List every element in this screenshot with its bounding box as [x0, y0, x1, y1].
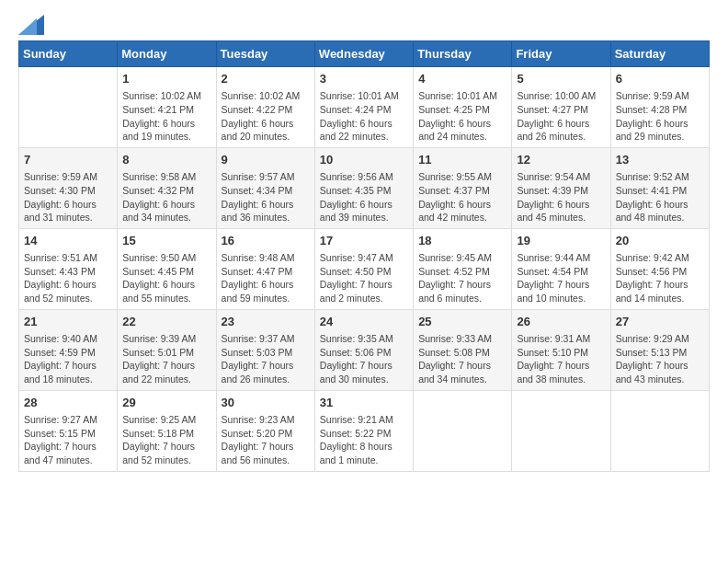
weekday-header-row: SundayMondayTuesdayWednesdayThursdayFrid…: [19, 41, 710, 67]
day-info: Sunrise: 10:01 AMSunset: 4:25 PMDaylight…: [418, 89, 506, 144]
calendar-cell: 16Sunrise: 9:48 AMSunset: 4:47 PMDayligh…: [216, 228, 314, 309]
calendar-cell: 1Sunrise: 10:02 AMSunset: 4:21 PMDayligh…: [118, 67, 216, 148]
day-info: Sunrise: 9:44 AMSunset: 4:54 PMDaylight:…: [517, 251, 605, 305]
calendar-cell: 26Sunrise: 9:31 AMSunset: 5:10 PMDayligh…: [512, 309, 610, 390]
calendar-cell: 8Sunrise: 9:58 AMSunset: 4:32 PMDaylight…: [118, 147, 216, 228]
calendar-cell: 12Sunrise: 9:54 AMSunset: 4:39 PMDayligh…: [512, 147, 610, 228]
day-info: Sunrise: 9:50 AMSunset: 4:45 PMDaylight:…: [122, 251, 210, 305]
svg-marker-1: [18, 18, 37, 35]
day-info: Sunrise: 9:40 AMSunset: 4:59 PMDaylight:…: [24, 332, 112, 386]
day-info: Sunrise: 9:57 AMSunset: 4:34 PMDaylight:…: [222, 170, 310, 224]
day-number: 28: [24, 395, 112, 411]
weekday-header-monday: Monday: [118, 41, 216, 67]
calendar-cell: 3Sunrise: 10:01 AMSunset: 4:24 PMDayligh…: [314, 67, 413, 148]
day-info: Sunrise: 9:37 AMSunset: 5:03 PMDaylight:…: [222, 332, 310, 386]
day-number: 30: [222, 395, 310, 411]
calendar-cell: 27Sunrise: 9:29 AMSunset: 5:13 PMDayligh…: [610, 309, 709, 390]
day-number: 24: [320, 314, 408, 330]
day-number: 22: [122, 314, 210, 330]
day-info: Sunrise: 9:31 AMSunset: 5:10 PMDaylight:…: [517, 332, 605, 386]
calendar-cell: 20Sunrise: 9:42 AMSunset: 4:56 PMDayligh…: [610, 228, 709, 309]
day-number: 4: [418, 71, 506, 87]
weekday-header-friday: Friday: [512, 41, 610, 67]
day-number: 10: [320, 152, 408, 168]
calendar-cell: 21Sunrise: 9:40 AMSunset: 4:59 PMDayligh…: [19, 309, 118, 390]
day-number: 17: [320, 233, 408, 249]
calendar-cell: 31Sunrise: 9:21 AMSunset: 5:22 PMDayligh…: [314, 390, 413, 471]
day-number: 16: [222, 233, 310, 249]
day-info: Sunrise: 9:56 AMSunset: 4:35 PMDaylight:…: [320, 170, 408, 224]
day-number: 29: [122, 395, 210, 411]
calendar-cell: [414, 390, 512, 471]
day-number: 15: [122, 233, 210, 249]
calendar-cell: 4Sunrise: 10:01 AMSunset: 4:25 PMDayligh…: [414, 67, 512, 148]
logo-icon: [18, 15, 44, 35]
day-number: 1: [122, 71, 210, 87]
calendar-cell: 17Sunrise: 9:47 AMSunset: 4:50 PMDayligh…: [314, 228, 413, 309]
calendar-cell: [512, 390, 610, 471]
calendar-cell: 14Sunrise: 9:51 AMSunset: 4:43 PMDayligh…: [19, 228, 118, 309]
day-number: 21: [24, 314, 112, 330]
day-number: 13: [616, 152, 704, 168]
calendar-cell: [19, 67, 118, 148]
calendar-cell: 6Sunrise: 9:59 AMSunset: 4:28 PMDaylight…: [610, 67, 709, 148]
weekday-header-wednesday: Wednesday: [314, 41, 413, 67]
calendar-week-row: 7Sunrise: 9:59 AMSunset: 4:30 PMDaylight…: [19, 147, 710, 228]
calendar-cell: 7Sunrise: 9:59 AMSunset: 4:30 PMDaylight…: [19, 147, 118, 228]
day-number: 18: [418, 233, 506, 249]
calendar-week-row: 14Sunrise: 9:51 AMSunset: 4:43 PMDayligh…: [19, 228, 710, 309]
calendar-cell: 25Sunrise: 9:33 AMSunset: 5:08 PMDayligh…: [414, 309, 512, 390]
day-info: Sunrise: 9:23 AMSunset: 5:20 PMDaylight:…: [222, 413, 310, 467]
day-info: Sunrise: 9:29 AMSunset: 5:13 PMDaylight:…: [616, 332, 704, 386]
day-number: 14: [24, 233, 112, 249]
logo: [18, 15, 48, 35]
day-info: Sunrise: 9:54 AMSunset: 4:39 PMDaylight:…: [517, 170, 605, 224]
calendar-cell: 15Sunrise: 9:50 AMSunset: 4:45 PMDayligh…: [118, 228, 216, 309]
calendar-week-row: 21Sunrise: 9:40 AMSunset: 4:59 PMDayligh…: [19, 309, 710, 390]
calendar-cell: 22Sunrise: 9:39 AMSunset: 5:01 PMDayligh…: [118, 309, 216, 390]
day-number: 8: [122, 152, 210, 168]
day-info: Sunrise: 9:42 AMSunset: 4:56 PMDaylight:…: [616, 251, 704, 305]
day-info: Sunrise: 10:02 AMSunset: 4:22 PMDaylight…: [222, 89, 310, 144]
calendar-cell: 28Sunrise: 9:27 AMSunset: 5:15 PMDayligh…: [19, 390, 118, 471]
day-info: Sunrise: 9:25 AMSunset: 5:18 PMDaylight:…: [122, 413, 210, 467]
calendar-cell: [610, 390, 709, 471]
calendar-cell: 24Sunrise: 9:35 AMSunset: 5:06 PMDayligh…: [314, 309, 413, 390]
weekday-header-saturday: Saturday: [610, 41, 709, 67]
day-number: 12: [517, 152, 605, 168]
weekday-header-thursday: Thursday: [414, 41, 512, 67]
calendar-cell: 5Sunrise: 10:00 AMSunset: 4:27 PMDayligh…: [512, 67, 610, 148]
calendar-cell: 10Sunrise: 9:56 AMSunset: 4:35 PMDayligh…: [314, 147, 413, 228]
day-number: 7: [24, 152, 112, 168]
day-number: 20: [616, 233, 704, 249]
day-info: Sunrise: 9:59 AMSunset: 4:28 PMDaylight:…: [616, 89, 704, 144]
day-info: Sunrise: 10:02 AMSunset: 4:21 PMDaylight…: [122, 89, 210, 144]
day-info: Sunrise: 9:59 AMSunset: 4:30 PMDaylight:…: [24, 170, 112, 224]
calendar-week-row: 1Sunrise: 10:02 AMSunset: 4:21 PMDayligh…: [19, 67, 710, 148]
calendar-cell: 23Sunrise: 9:37 AMSunset: 5:03 PMDayligh…: [216, 309, 314, 390]
day-number: 25: [418, 314, 506, 330]
day-info: Sunrise: 9:27 AMSunset: 5:15 PMDaylight:…: [24, 413, 112, 467]
day-number: 3: [320, 71, 408, 87]
day-info: Sunrise: 9:33 AMSunset: 5:08 PMDaylight:…: [418, 332, 506, 386]
day-number: 9: [222, 152, 310, 168]
calendar-cell: 30Sunrise: 9:23 AMSunset: 5:20 PMDayligh…: [216, 390, 314, 471]
calendar-table: SundayMondayTuesdayWednesdayThursdayFrid…: [18, 40, 710, 472]
day-info: Sunrise: 9:48 AMSunset: 4:47 PMDaylight:…: [222, 251, 310, 305]
day-number: 2: [222, 71, 310, 87]
calendar-week-row: 28Sunrise: 9:27 AMSunset: 5:15 PMDayligh…: [19, 390, 710, 471]
weekday-header-sunday: Sunday: [19, 41, 118, 67]
day-number: 23: [222, 314, 310, 330]
day-info: Sunrise: 10:00 AMSunset: 4:27 PMDaylight…: [517, 89, 605, 144]
calendar-cell: 9Sunrise: 9:57 AMSunset: 4:34 PMDaylight…: [216, 147, 314, 228]
day-number: 26: [517, 314, 605, 330]
day-info: Sunrise: 10:01 AMSunset: 4:24 PMDaylight…: [320, 89, 408, 144]
day-info: Sunrise: 9:45 AMSunset: 4:52 PMDaylight:…: [418, 251, 506, 305]
day-number: 31: [320, 395, 408, 411]
day-number: 19: [517, 233, 605, 249]
calendar-cell: 11Sunrise: 9:55 AMSunset: 4:37 PMDayligh…: [414, 147, 512, 228]
day-number: 27: [616, 314, 704, 330]
day-info: Sunrise: 9:51 AMSunset: 4:43 PMDaylight:…: [24, 251, 112, 305]
day-info: Sunrise: 9:52 AMSunset: 4:41 PMDaylight:…: [616, 170, 704, 224]
day-info: Sunrise: 9:47 AMSunset: 4:50 PMDaylight:…: [320, 251, 408, 305]
